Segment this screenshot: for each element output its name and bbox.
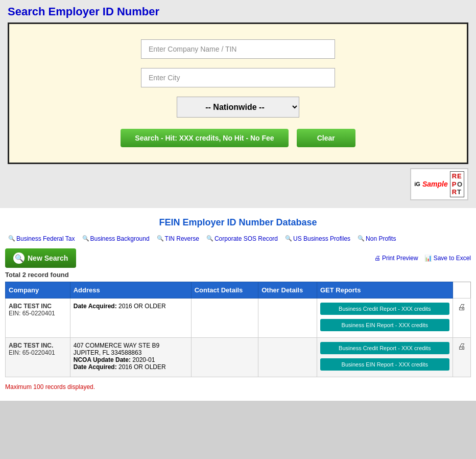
table-row: ABC TEST INC.EIN: 65-0220401407 COMMERCE… — [6, 337, 471, 377]
ig-icon: iG — [414, 181, 420, 187]
search-form: -- Nationwide --AlabamaAlaskaArizonaArka… — [8, 22, 468, 164]
contact-cell — [191, 298, 258, 337]
company-cell: ABC TEST INC.EIN: 65-0220401 — [6, 337, 70, 377]
tab-background-icon: 🔍 — [82, 235, 89, 242]
address-line2: JUPITER, FL 334588863 — [74, 349, 188, 356]
sample-label: Sample — [422, 180, 448, 188]
reports-cell: Business Credit Report - XXX creditsBusi… — [317, 298, 453, 337]
total-records: Total 2 record found — [5, 271, 471, 279]
tab-federal-tax[interactable]: 🔍Business Federal Tax — [5, 234, 78, 243]
print-icon[interactable]: 🖨 — [458, 303, 466, 311]
other-cell — [258, 337, 317, 377]
state-select[interactable]: -- Nationwide --AlabamaAlaskaArizonaArka… — [177, 97, 299, 118]
excel-icon: 📊 — [424, 255, 432, 262]
search-icon: 🔍 — [13, 253, 25, 264]
print-preview-link[interactable]: 🖨 Print Preview — [374, 255, 418, 262]
address-cell: Date Acquired: 2016 OR OLDER — [70, 298, 191, 337]
report-button[interactable]: Business EIN Report - XXX credits — [320, 319, 449, 331]
tab-federal-tax-icon: 🔍 — [8, 235, 15, 242]
search-button[interactable]: Search - Hit: XXX credits, No Hit - No F… — [121, 129, 288, 147]
address-line1: 407 COMMERCE WAY STE B9 — [74, 342, 188, 349]
contact-cell — [191, 337, 258, 377]
tab-tin-reverse-icon: 🔍 — [157, 235, 164, 242]
print-icon[interactable]: 🖨 — [458, 342, 466, 351]
results-section: FEIN Employer ID Number Database 🔍Busine… — [0, 208, 476, 401]
tab-us-profiles-icon: 🔍 — [285, 235, 292, 242]
ncoa-update: NCOA Update Date: 2020-01 — [74, 356, 188, 363]
save-to-excel-link[interactable]: 📊 Save to Excel — [424, 255, 471, 262]
company-name: ABC TEST INC — [9, 303, 67, 310]
table-body: ABC TEST INCEIN: 65-0220401Date Acquired… — [6, 298, 471, 377]
tab-non-profits[interactable]: 🔍Non Profits — [354, 234, 399, 243]
clear-button[interactable]: Clear — [297, 129, 355, 147]
tab-background[interactable]: 🔍Business Background — [79, 234, 153, 243]
page-title: Search Employer ID Number — [8, 5, 468, 18]
other-cell — [258, 298, 317, 337]
tab-corporate-sos[interactable]: 🔍Corporate SOS Record — [203, 234, 281, 243]
report-letter-grid: RE PO RT — [450, 171, 464, 197]
results-table: CompanyAddressContact DetailsOther Detai… — [5, 282, 471, 377]
get-reports-container: Business Credit Report - XXX creditsBusi… — [320, 342, 449, 373]
header-row: CompanyAddressContact DetailsOther Detai… — [6, 282, 471, 298]
col-other-details: Other Details — [258, 282, 317, 298]
company-ein: EIN: 65-0220401 — [9, 310, 67, 317]
print-cell[interactable]: 🖨 — [453, 298, 470, 337]
max-records-notice: Maximum 100 records displayed. — [5, 383, 471, 391]
company-name: ABC TEST INC. — [9, 342, 67, 349]
button-row: Search - Hit: XXX credits, No Hit - No F… — [121, 129, 355, 147]
db-title: FEIN Employer ID Number Database — [5, 213, 471, 232]
company-cell: ABC TEST INCEIN: 65-0220401 — [6, 298, 70, 337]
right-actions: 🖨 Print Preview 📊 Save to Excel — [374, 255, 471, 262]
sample-report-badge: iG Sample RE PO RT — [410, 168, 468, 200]
report-button[interactable]: Business Credit Report - XXX credits — [320, 303, 449, 315]
print-cell[interactable]: 🖨 — [453, 337, 470, 377]
col-address: Address — [70, 282, 191, 298]
company-name-input[interactable] — [141, 39, 335, 59]
sample-report-area: iG Sample RE PO RT — [8, 168, 468, 200]
top-section: Search Employer ID Number -- Nationwide … — [0, 0, 476, 208]
nav-tabs: 🔍Business Federal Tax🔍Business Backgroun… — [5, 232, 471, 245]
tab-tin-reverse[interactable]: 🔍TIN Reverse — [154, 234, 202, 243]
date-acquired: Date Acquired: 2016 OR OLDER — [74, 363, 188, 371]
city-input[interactable] — [141, 68, 335, 87]
date-acquired: Date Acquired: 2016 OR OLDER — [74, 303, 188, 310]
col-contact-details: Contact Details — [191, 282, 258, 298]
printer-icon: 🖨 — [374, 255, 380, 262]
tab-us-profiles[interactable]: 🔍US Business Profiles — [282, 234, 353, 243]
actions-row: 🔍 New Search 🖨 Print Preview 📊 Save to E… — [5, 248, 471, 268]
table-header: CompanyAddressContact DetailsOther Detai… — [6, 282, 471, 298]
new-search-button[interactable]: 🔍 New Search — [5, 248, 76, 268]
report-button[interactable]: Business EIN Report - XXX credits — [320, 358, 449, 371]
col-company: Company — [6, 282, 70, 298]
tab-non-profits-icon: 🔍 — [358, 235, 365, 242]
company-ein: EIN: 65-0220401 — [9, 349, 67, 356]
table-row: ABC TEST INCEIN: 65-0220401Date Acquired… — [6, 298, 471, 337]
report-button[interactable]: Business Credit Report - XXX credits — [320, 342, 449, 354]
get-reports-container: Business Credit Report - XXX creditsBusi… — [320, 303, 449, 333]
col-get-reports: GET Reports — [317, 282, 453, 298]
address-cell: 407 COMMERCE WAY STE B9JUPITER, FL 33458… — [70, 337, 191, 377]
tab-corporate-sos-icon: 🔍 — [206, 235, 213, 242]
reports-cell: Business Credit Report - XXX creditsBusi… — [317, 337, 453, 377]
